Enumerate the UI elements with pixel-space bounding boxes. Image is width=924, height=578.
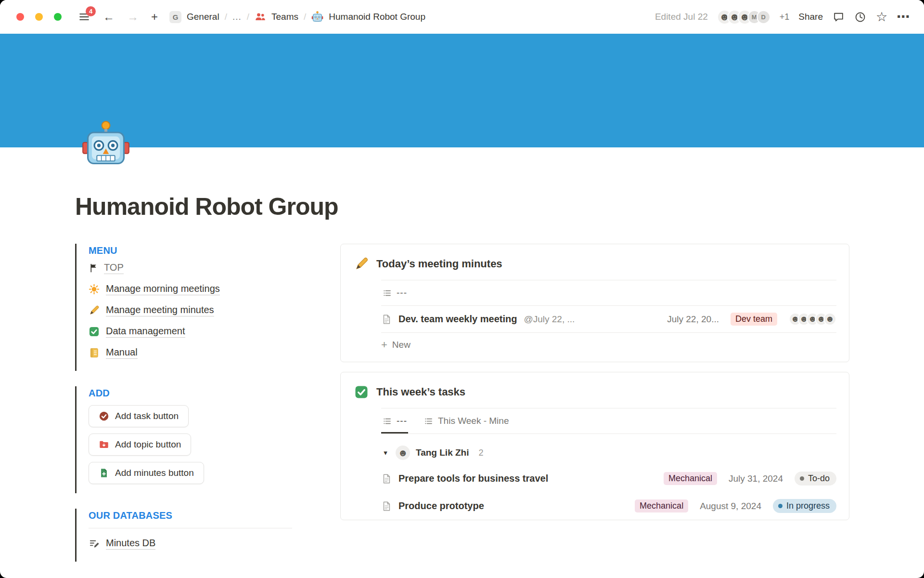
task-row[interactable]: Prepare tools for business travel Mechan… [381,465,836,492]
tab-all-tasks[interactable]: --- [381,408,408,434]
menu-link-label: Manual [106,347,138,359]
page-title[interactable]: Humanoid Robot Group [75,193,924,221]
tasks-card-body: --- This Week - Mine ▾ ☻ Tang Lik Zhi 2 [381,408,836,520]
topbar: 4 ← → + G General / ... / Teams / Humano… [0,0,924,34]
workspace-icon[interactable]: G [169,11,181,23]
status-badge-in-progress: In progress [773,499,836,513]
databases-section: OUR DATABASES Minutes DB [75,509,294,562]
tab-this-week-mine[interactable]: This Week - Mine [423,408,510,434]
minutes-db-link[interactable]: Minutes DB [89,538,294,550]
status-label: In progress [786,501,830,511]
menu-link-manual[interactable]: Manual [89,347,294,359]
minimize-window-button[interactable] [35,13,43,21]
robot-icon [311,11,323,23]
tag-mechanical: Mechanical [635,499,688,512]
list-view-icon [424,416,434,426]
breadcrumb-teams[interactable]: Teams [271,12,298,22]
add-task-button[interactable]: Add task button [89,405,189,427]
menu-link-label: Data management [106,326,185,338]
back-button[interactable]: ← [103,11,115,23]
avatar-overflow-count[interactable]: +1 [780,12,790,22]
divider [89,528,292,528]
menu-link-manage-meeting-minutes[interactable]: Manage meeting minutes [89,304,294,316]
avatar-d: D [757,10,770,24]
more-button[interactable]: ⋯ [897,11,910,23]
nav-controls: 4 ← → + [78,11,158,23]
topbar-actions: Edited Jul 22 ☻ ☻ ☻ M D +1 Share ☆ ⋯ [655,10,910,25]
forward-button[interactable]: → [127,11,139,23]
flag-icon [89,263,99,273]
menu-link-data-management[interactable]: Data management [89,326,294,338]
task-title: Produce prototype [398,500,484,512]
tasks-card-header: This week’s tasks [341,372,849,408]
comments-button[interactable] [832,11,845,23]
close-window-button[interactable] [16,13,24,21]
zoom-window-button[interactable] [54,13,62,21]
clock-icon [854,11,866,23]
status-dot [778,504,783,508]
task-row-main: Prepare tools for business travel [381,473,652,484]
page-file-icon [381,473,392,484]
meeting-date: July 22, 20... [667,314,719,325]
tasks-card-title: This week’s tasks [376,386,465,398]
notion-window: 4 ← → + G General / ... / Teams / Humano… [0,0,924,578]
group-name: Tang Lik Zhi [416,447,469,458]
breadcrumb-separator: / [225,12,227,22]
notification-badge: 4 [86,6,96,16]
sidebar-toggle-button[interactable]: 4 [78,11,90,23]
page-file-icon [381,501,392,512]
avatar: ☻ [823,313,836,326]
teams-icon [255,11,266,23]
add-task-button-label: Add task button [115,411,179,421]
breadcrumb-page[interactable]: Humanoid Robot Group [329,12,425,22]
page-icon[interactable] [81,120,131,171]
updates-button[interactable] [854,11,866,23]
menu-link-manage-morning-meetings[interactable]: Manage morning meetings [89,283,294,295]
task-row[interactable]: Produce prototype Mechanical August 9, 2… [381,492,836,520]
folder-icon [99,439,109,450]
minutes-card: Today’s meeting minutes --- Dev. team we… [340,244,849,362]
task-row-main: Produce prototype [381,500,623,512]
page-cover [0,34,924,147]
breadcrumb-separator: / [247,12,249,22]
page-body: MENU TOP Manage morning meetings Manage … [75,244,849,577]
top-link-label: TOP [104,262,124,274]
new-tab-button[interactable]: + [151,11,158,23]
menu-link-label: Manage meeting minutes [106,304,214,316]
group-count: 2 [478,448,483,458]
left-column: MENU TOP Manage morning meetings Manage … [75,244,294,577]
edited-timestamp: Edited Jul 22 [655,12,708,22]
tab-label: This Week - Mine [438,416,509,426]
memo-icon [89,538,100,549]
tasks-view-tabs: --- This Week - Mine [381,408,836,434]
minutes-view-tabs: --- [381,280,836,306]
status-label: To-do [808,473,830,484]
task-date: August 9, 2024 [700,501,761,512]
right-column: Today’s meeting minutes --- Dev. team we… [340,244,849,520]
list-view-icon [382,288,392,298]
tab-list-view[interactable]: --- [381,280,408,305]
share-button[interactable]: Share [798,12,823,22]
databases-heading: OUR DATABASES [89,510,294,521]
top-link[interactable]: TOP [89,262,294,274]
add-topic-button[interactable]: Add topic button [89,434,191,456]
avatar: ☻ [396,446,410,460]
breadcrumb-workspace[interactable]: General [187,12,219,22]
tab-label: --- [397,416,407,426]
viewer-avatars: ☻ ☻ ☻ M D [717,10,770,25]
chevron-down-icon: ▾ [381,448,390,457]
task-check-icon [99,411,109,421]
breadcrumb: G General / ... / Teams / Humanoid Robot… [169,11,425,23]
minutes-db-link-label: Minutes DB [106,538,155,550]
add-section: ADD Add task button Add topic button Add… [75,386,294,493]
group-toggle-tang-lik-zhi[interactable]: ▾ ☻ Tang Lik Zhi 2 [381,434,836,465]
menu-section: MENU TOP Manage morning meetings Manage … [75,244,294,371]
breadcrumb-ellipsis[interactable]: ... [232,12,242,22]
new-meeting-button[interactable]: + New [381,333,836,362]
check-mark-icon [89,326,100,337]
task-date: July 31, 2024 [729,473,783,484]
meeting-row[interactable]: Dev. team weekly meeting @July 22, ... J… [381,306,836,332]
favorite-button[interactable]: ☆ [875,11,888,23]
add-minutes-button[interactable]: Add minutes button [89,462,204,484]
writing-hand-icon [354,257,369,271]
